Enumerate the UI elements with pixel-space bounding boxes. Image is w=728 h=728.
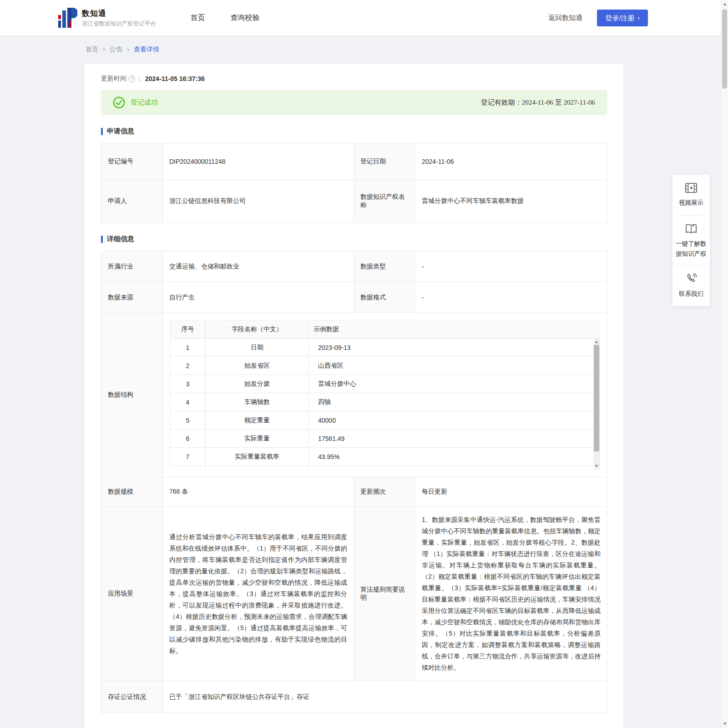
application-info-table: 登记编号 DIP2024000011248 登记日期 2024-11-06 申请… — [101, 143, 607, 223]
back-to-portal-link[interactable]: 返回数知通 — [548, 14, 582, 22]
cell-sample: 40000 — [309, 411, 600, 430]
cell-index: 7 — [170, 448, 206, 466]
validity-value: 2024-11-06 至 2027-11-06 — [522, 99, 595, 106]
video-demo-label: 视频展示 — [675, 198, 707, 208]
page-vertical-scrollbar[interactable] — [721, 0, 728, 728]
login-register-label: 登录/注册 — [605, 15, 634, 21]
table-row: 所属行业 交通运输、仓储和邮政业 数据类型 - — [101, 251, 607, 282]
reg-date-label: 登记日期 — [354, 143, 415, 180]
table-row: 数据结构 序号 字段名称（中文） 示例数据 1 日期 2023-09-13 — [101, 313, 607, 477]
learn-data-ip-item[interactable]: 一键了解数据知识产权 — [675, 223, 707, 259]
data-type-value: - — [415, 251, 607, 282]
section-application: 申请信息 — [101, 127, 607, 136]
reg-no-label: 登记编号 — [101, 143, 163, 180]
check-circle-icon — [113, 96, 125, 109]
cell-index: 1 — [170, 339, 206, 357]
table-row: 1 日期 2023-09-13 — [170, 339, 600, 357]
structure-label: 数据结构 — [101, 313, 163, 477]
table-row: 应用场景 通过分析晋城分拨中心不同车轴车的装载率，结果应用到调度系统和在线绩效评… — [101, 507, 607, 681]
update-time-label: 更新时间 — [101, 75, 126, 83]
breadcrumb-current[interactable]: 查看详情 — [134, 46, 159, 54]
contact-us-label: 联系我们 — [675, 289, 707, 299]
algorithm-text: 1、数据来源采集中通快运-汽运系统，数据驾驶舱平台，聚焦晋城分拨中心不同车轴数的… — [415, 507, 607, 681]
scale-value: 768 条 — [163, 477, 354, 507]
update-time-value: 2024-11-05 16:37:36 — [145, 75, 205, 82]
format-label: 数据格式 — [354, 282, 415, 313]
validity-period: 登记有效期：2024-11-06 至 2027-11-06 — [481, 98, 595, 107]
table-row-clipped — [170, 466, 600, 470]
cell-index: 2 — [170, 357, 206, 375]
table-row: 数据来源 自行产生 数据格式 - — [101, 282, 607, 313]
validity-label: 登记有效期： — [481, 99, 522, 106]
scrollbar-thumb[interactable] — [594, 345, 599, 451]
industry-value: 交通运输、仓储和邮政业 — [163, 251, 354, 282]
video-demo-item[interactable]: 视频展示 — [675, 182, 707, 208]
contact-panel[interactable]: 联系我们 — [672, 265, 710, 306]
section-bar — [101, 236, 103, 243]
cell-index: 4 — [170, 393, 206, 411]
format-value: - — [415, 282, 607, 313]
brand-text: 数知通 浙江省数据知识产权登记平台 — [82, 8, 156, 28]
divider — [680, 215, 703, 216]
update-time-row: 更新时间 ? ： 2024-11-05 16:37:36 — [101, 69, 607, 90]
cell-sample: 晋城分拨中心 — [309, 375, 600, 393]
cell-field: 日期 — [206, 339, 309, 357]
data-type-label: 数据类型 — [354, 251, 415, 282]
nav-item-verify[interactable]: 查询校验 — [218, 13, 273, 23]
ip-name-label: 数据知识产权名称 — [354, 180, 415, 223]
scrollbar-thumb[interactable] — [722, 9, 727, 89]
algorithm-label: 算法规则简要说明 — [354, 507, 415, 681]
applicant-label: 申请人 — [101, 180, 163, 223]
breadcrumb-separator: > — [126, 46, 130, 53]
cell-field: 实际重量 — [206, 430, 309, 448]
table-row: 6 实际重量 17581.49 — [170, 430, 600, 448]
col-header-field-name: 字段名称（中文） — [206, 320, 309, 339]
brand-logo[interactable]: 数知通 浙江省数据知识产权登记平台 — [58, 7, 156, 28]
breadcrumb-announcements[interactable]: 公告 — [110, 46, 122, 54]
dzt-logo-icon — [58, 7, 77, 28]
source-value: 自行产生 — [163, 282, 354, 313]
section-detail: 详细信息 — [101, 235, 607, 243]
reg-no-value: DIP2024000011248 — [163, 143, 354, 180]
cell-sample: 山西省区 — [309, 357, 600, 375]
frequency-label: 更新频次 — [354, 477, 415, 507]
cell-sample: 17581.49 — [309, 430, 600, 448]
table-row: 2 始发省区 山西省区 — [170, 357, 600, 375]
scale-label: 数据规模 — [101, 477, 163, 507]
nav-item-home[interactable]: 首页 — [178, 13, 218, 23]
notary-label: 存证公证情况 — [101, 681, 163, 713]
source-label: 数据来源 — [101, 282, 163, 313]
breadcrumb-separator: > — [102, 46, 106, 53]
phone-icon — [685, 273, 698, 285]
industry-label: 所属行业 — [101, 251, 163, 282]
cell-sample: 43.95% — [309, 448, 600, 466]
cell-field: 始发分拨 — [206, 375, 309, 393]
table-row: 5 额定重量 40000 — [170, 411, 600, 430]
col-header-sample: 示例数据 — [309, 320, 600, 339]
table-row: 3 始发分拨 晋城分拨中心 — [170, 375, 600, 393]
section-bar — [101, 128, 103, 135]
cell-index: 3 — [170, 375, 206, 393]
learn-data-ip-label: 一键了解数据知识产权 — [675, 239, 707, 259]
book-icon — [685, 223, 698, 235]
table-row: 7 实际重量装载率 43.95% — [170, 448, 600, 466]
col-header-index: 序号 — [170, 320, 206, 339]
registration-success-banner: 登记成功 登记有效期：2024-11-06 至 2027-11-06 — [101, 90, 607, 115]
notary-value: 已于「浙江省知识产权区块链公共存证平台」存证 — [163, 681, 607, 713]
brand-subtitle: 浙江省数据知识产权登记平台 — [82, 20, 156, 28]
video-icon — [685, 182, 698, 194]
scenario-label: 应用场景 — [101, 507, 163, 681]
login-register-button[interactable]: 登录/注册 › — [597, 10, 648, 26]
table-row: 申请人 浙江公链信息科技有限公司 数据知识产权名称 晋城分拨中心不同车轴车装载率… — [101, 180, 607, 223]
structure-table: 序号 字段名称（中文） 示例数据 1 日期 2023-09-13 2 始发省区 — [170, 320, 600, 470]
update-time-colon: ： — [136, 75, 142, 83]
cell-field: 额定重量 — [206, 411, 309, 430]
structure-vertical-scrollbar[interactable] — [593, 339, 600, 470]
scenario-text: 通过分析晋城分拨中心不同车轴车的装载率，结果应用到调度系统和在线绩效评估体系中。… — [163, 507, 354, 681]
help-icon[interactable]: ? — [128, 76, 135, 82]
table-row: 登记编号 DIP2024000011248 登记日期 2024-11-06 — [101, 143, 607, 180]
ip-name-value: 晋城分拨中心不同车轴车装载率数据 — [415, 180, 607, 223]
breadcrumb-home[interactable]: 首页 — [86, 46, 98, 54]
reg-date-value: 2024-11-06 — [415, 143, 607, 180]
brand-name: 数知通 — [82, 8, 156, 19]
